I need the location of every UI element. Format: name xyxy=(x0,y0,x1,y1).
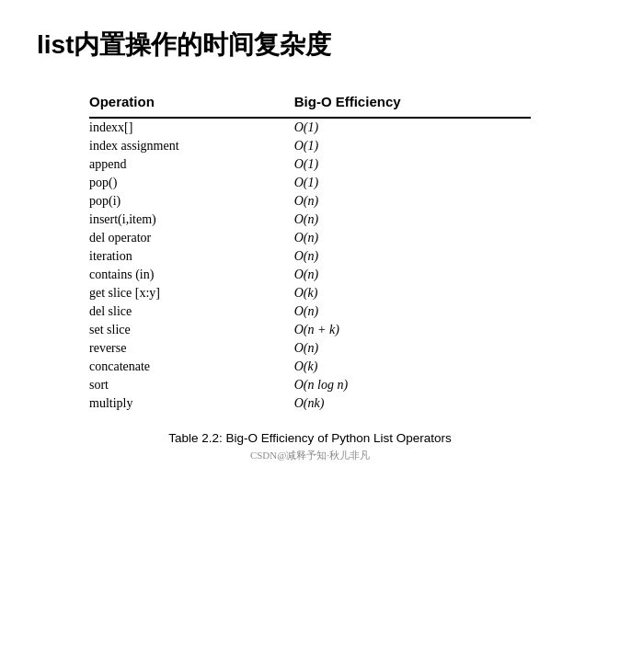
table-row: indexx[]O(1) xyxy=(89,118,531,137)
operation-cell: del slice xyxy=(89,302,294,321)
complexity-cell: O(k) xyxy=(294,284,531,302)
operation-cell: concatenate xyxy=(89,358,294,376)
table-row: contains (in)O(n) xyxy=(89,266,531,284)
table-row: set sliceO(n + k) xyxy=(89,321,531,339)
table-container: Operation Big-O Efficiency indexx[]O(1)i… xyxy=(37,90,583,462)
page-title: list内置操作的时间复杂度 xyxy=(37,28,583,63)
complexity-cell: O(n) xyxy=(294,229,531,247)
operation-cell: pop() xyxy=(89,174,294,192)
table-caption: Table 2.2: Big-O Efficiency of Python Li… xyxy=(89,431,531,445)
table-row: reverseO(n) xyxy=(89,339,531,358)
complexity-cell: O(1) xyxy=(294,137,531,155)
table-row: pop()O(1) xyxy=(89,174,531,192)
operation-cell: get slice [x:y] xyxy=(89,284,294,302)
table-row: del sliceO(n) xyxy=(89,302,531,321)
operation-cell: reverse xyxy=(89,339,294,358)
operation-cell: append xyxy=(89,155,294,174)
operation-cell: index assignment xyxy=(89,137,294,155)
table-row: multiplyO(nk) xyxy=(89,394,531,416)
operation-cell: iteration xyxy=(89,247,294,266)
table-row: get slice [x:y]O(k) xyxy=(89,284,531,302)
operation-cell: set slice xyxy=(89,321,294,339)
table-row: index assignmentO(1) xyxy=(89,137,531,155)
column-header-bigo: Big-O Efficiency xyxy=(294,90,531,118)
complexity-cell: O(n) xyxy=(294,266,531,284)
complexity-cell: O(n) xyxy=(294,339,531,358)
operation-cell: contains (in) xyxy=(89,266,294,284)
watermark: CSDN@减释予知·秋儿非凡 xyxy=(89,449,531,462)
operation-cell: sort xyxy=(89,376,294,394)
complexity-table: Operation Big-O Efficiency indexx[]O(1)i… xyxy=(89,90,531,416)
complexity-cell: O(1) xyxy=(294,118,531,137)
operation-cell: del operator xyxy=(89,229,294,247)
complexity-cell: O(1) xyxy=(294,155,531,174)
complexity-cell: O(1) xyxy=(294,174,531,192)
table-row: sortO(n log n) xyxy=(89,376,531,394)
complexity-cell: O(n + k) xyxy=(294,321,531,339)
table-row: concatenateO(k) xyxy=(89,358,531,376)
complexity-cell: O(nk) xyxy=(294,394,531,416)
table-row: pop(i)O(n) xyxy=(89,192,531,211)
complexity-cell: O(k) xyxy=(294,358,531,376)
table-row: iterationO(n) xyxy=(89,247,531,266)
table-row: appendO(1) xyxy=(89,155,531,174)
operation-cell: pop(i) xyxy=(89,192,294,211)
column-header-operation: Operation xyxy=(89,90,294,118)
complexity-cell: O(n) xyxy=(294,302,531,321)
table-row: insert(i,item)O(n) xyxy=(89,211,531,229)
complexity-cell: O(n) xyxy=(294,192,531,211)
complexity-cell: O(n) xyxy=(294,211,531,229)
complexity-cell: O(n log n) xyxy=(294,376,531,394)
operation-cell: multiply xyxy=(89,394,294,416)
complexity-cell: O(n) xyxy=(294,247,531,266)
operation-cell: insert(i,item) xyxy=(89,211,294,229)
operation-cell: indexx[] xyxy=(89,118,294,137)
table-row: del operatorO(n) xyxy=(89,229,531,247)
